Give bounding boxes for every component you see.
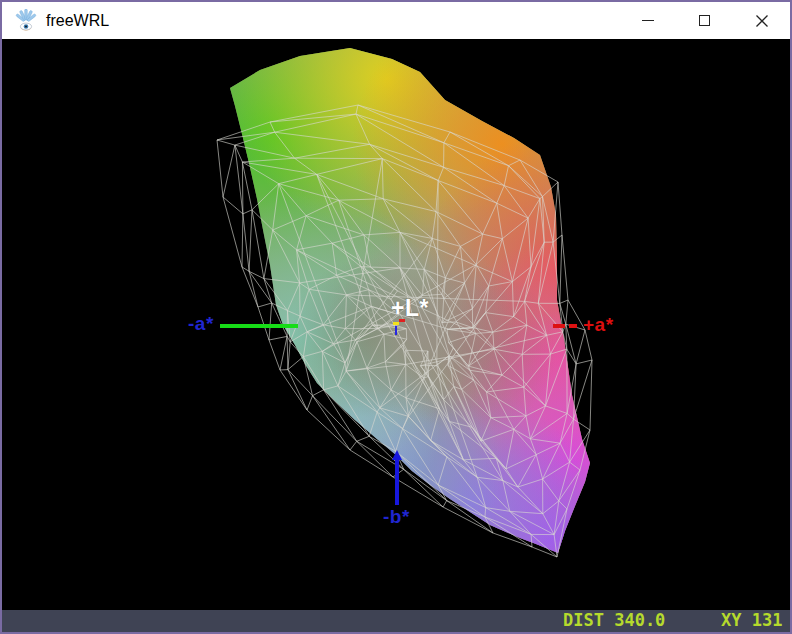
close-button[interactable]: [733, 2, 790, 39]
maximize-button[interactable]: [676, 2, 733, 39]
freewrl-logo-icon: [14, 9, 38, 33]
maximize-icon: [699, 15, 710, 26]
axis-label-neg-b: -b*: [383, 506, 410, 528]
axis-label-pos-l: +L*: [391, 295, 429, 322]
viewport-3d[interactable]: -a* +a* +L* -b*: [2, 39, 790, 610]
xy-readout: XY 131: [721, 610, 782, 631]
minimize-icon: [642, 20, 654, 21]
close-icon: [755, 14, 769, 28]
statusbar: DIST 340.0 XY 131: [2, 610, 790, 632]
axis-label-pos-a: +a*: [583, 314, 614, 336]
dist-readout: DIST 340.0: [563, 610, 665, 631]
window-title: freeWRL: [46, 12, 109, 30]
minimize-button[interactable]: [619, 2, 676, 39]
titlebar[interactable]: freeWRL: [2, 2, 790, 39]
axis-label-neg-a: -a*: [188, 313, 214, 335]
freewrl-window: freeWRL -a* +a* +L* -b* DIST 340.0 XY 13…: [0, 0, 792, 634]
